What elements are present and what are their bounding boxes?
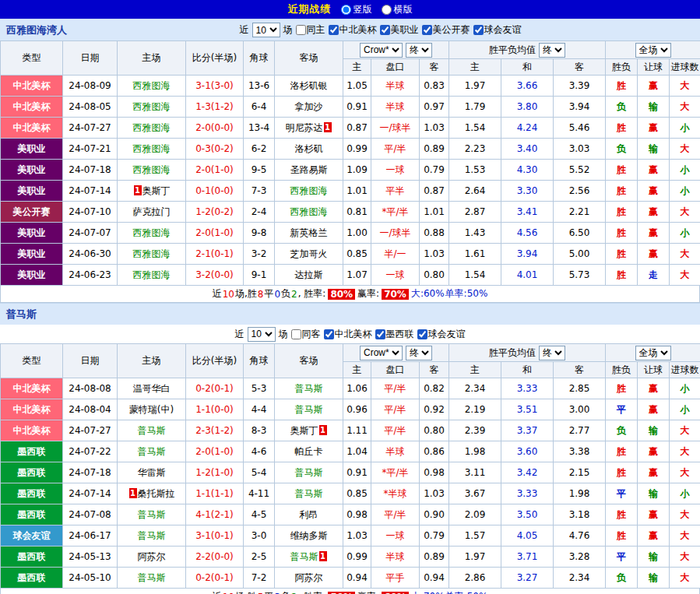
team-title[interactable]: 西雅图海湾人 [6, 23, 67, 37]
team-name-link[interactable]: 新英格兰 [290, 227, 328, 238]
team-name-link[interactable]: 利昂 [300, 509, 318, 520]
layout-horizontal-option[interactable]: 横版 [382, 3, 413, 16]
same-venue-input[interactable] [291, 329, 301, 339]
odds-company-select[interactable]: Crow* [360, 346, 403, 360]
league-checkbox-美公开赛[interactable]: 美公开赛 [422, 23, 470, 37]
team-name-link[interactable]: 普马斯 [295, 488, 323, 499]
team-name-link[interactable]: 奥斯丁 [290, 425, 318, 436]
avg-time-select[interactable]: 终 [539, 346, 565, 360]
league-type-badge[interactable]: 墨西联 [1, 483, 63, 504]
team-name-link[interactable]: 桑托斯拉 [138, 488, 175, 499]
full-match-select[interactable]: 全场 [635, 346, 671, 360]
full-match-select[interactable]: 全场 [635, 43, 671, 58]
league-type-badge[interactable]: 中北美杯 [1, 378, 63, 399]
league-type-badge[interactable]: 美职业 [1, 223, 63, 244]
team-name-link[interactable]: 阿苏尔 [295, 572, 323, 583]
match-count-select[interactable]: 10 [248, 327, 276, 342]
team-name-link[interactable]: 西雅图海 [133, 248, 171, 259]
team-name-link[interactable]: 西雅图海 [133, 143, 171, 154]
team-name-link[interactable]: 普马斯 [138, 530, 166, 541]
score-link[interactable]: 2-0(1-0) [186, 441, 244, 462]
team-name-link[interactable]: 普马斯 [295, 383, 323, 394]
team-title[interactable]: 普马斯 [6, 308, 37, 322]
team-name-link[interactable]: 西雅图海 [290, 206, 328, 217]
league-input[interactable] [324, 329, 334, 339]
team-name-link[interactable]: 圣路易斯 [290, 164, 328, 175]
score-link[interactable]: 2-0(1-0) [186, 223, 244, 244]
score-link[interactable]: 1-1(0-0) [186, 399, 244, 420]
league-type-badge[interactable]: 中北美杯 [1, 399, 63, 420]
score-link[interactable]: 3-1(0-1) [186, 525, 244, 547]
team-name-link[interactable]: 帕丘卡 [295, 446, 323, 457]
league-type-badge[interactable]: 美公开赛 [1, 202, 63, 223]
team-name-link[interactable]: 阿苏尔 [138, 551, 166, 562]
horizontal-radio[interactable] [382, 5, 392, 15]
odds-company-select[interactable]: Crow* [360, 43, 403, 58]
league-checkbox-美职业[interactable]: 美职业 [380, 23, 419, 37]
score-link[interactable]: 1-1(1-1) [186, 483, 244, 504]
league-checkbox-球会友谊[interactable]: 球会友谊 [417, 328, 466, 341]
odds-time-select[interactable]: 终 [406, 43, 432, 58]
league-type-badge[interactable]: 墨西联 [1, 441, 63, 462]
score-link[interactable]: 4-1(2-1) [186, 504, 244, 525]
score-link[interactable]: 3-1(3-0) [186, 76, 244, 97]
team-name-link[interactable]: 普马斯 [138, 572, 166, 583]
league-checkbox-中北美杯[interactable]: 中北美杯 [329, 23, 377, 37]
team-name-link[interactable]: 西雅图海 [133, 227, 171, 238]
vertical-radio[interactable] [341, 5, 351, 15]
team-name-link[interactable]: 达拉斯 [295, 269, 323, 280]
league-checkbox-墨西联[interactable]: 墨西联 [375, 328, 414, 341]
team-name-link[interactable]: 普马斯 [295, 404, 323, 415]
league-type-badge[interactable]: 中北美杯 [1, 97, 63, 118]
score-link[interactable]: 2-1(0-1) [186, 244, 244, 265]
team-name-link[interactable]: 萨克拉门 [133, 206, 171, 217]
league-input[interactable] [380, 25, 390, 35]
score-link[interactable]: 2-0(1-0) [186, 160, 244, 181]
team-name-link[interactable]: 普马斯 [138, 425, 166, 436]
league-input[interactable] [417, 329, 427, 339]
score-link[interactable]: 1-3(1-2) [186, 97, 244, 118]
league-type-badge[interactable]: 墨西联 [1, 568, 63, 589]
team-name-link[interactable]: 拿加沙 [295, 101, 323, 112]
league-type-badge[interactable]: 墨西联 [1, 504, 63, 525]
league-type-badge[interactable]: 美职业 [1, 139, 63, 160]
league-type-badge[interactable]: 中北美杯 [1, 76, 63, 97]
team-name-link[interactable]: 西雅图海 [133, 164, 171, 175]
match-count-select[interactable]: 10 [252, 23, 280, 37]
team-name-link[interactable]: 西雅图海 [290, 185, 328, 196]
score-link[interactable]: 3-2(0-0) [186, 265, 244, 286]
team-name-link[interactable]: 洛杉矶银 [290, 80, 328, 91]
team-name-link[interactable]: 奥斯丁 [142, 185, 171, 196]
avg-time-select[interactable]: 终 [539, 43, 565, 58]
team-name-link[interactable]: 西雅图海 [133, 101, 171, 112]
league-type-badge[interactable]: 美职业 [1, 160, 63, 181]
team-name-link[interactable]: 西雅图海 [133, 269, 171, 280]
team-name-link[interactable]: 普马斯 [290, 551, 318, 562]
same-venue-checkbox[interactable]: 同主 [296, 23, 325, 37]
odds-time-select[interactable]: 终 [406, 346, 432, 360]
team-name-link[interactable]: 西雅图海 [133, 80, 171, 91]
team-name-link[interactable]: 温哥华白 [133, 383, 171, 394]
league-input[interactable] [422, 25, 432, 35]
league-type-badge[interactable]: 墨西联 [1, 547, 63, 568]
team-name-link[interactable]: 普马斯 [138, 446, 166, 457]
same-venue-checkbox[interactable]: 同客 [291, 328, 321, 341]
league-type-badge[interactable]: 美职业 [1, 265, 63, 286]
team-name-link[interactable]: 洛杉矶 [295, 143, 323, 154]
team-name-link[interactable]: 芝加哥火 [290, 248, 328, 259]
league-checkbox-中北美杯[interactable]: 中北美杯 [324, 328, 372, 341]
score-link[interactable]: 0-1(0-0) [186, 181, 244, 202]
team-name-link[interactable]: 普马斯 [295, 467, 323, 478]
score-link[interactable]: 1-2(1-0) [186, 462, 244, 483]
team-name-link[interactable]: 普马斯 [138, 509, 166, 520]
score-link[interactable]: 2-3(1-2) [186, 420, 244, 441]
league-type-badge[interactable]: 中北美杯 [1, 118, 63, 139]
score-link[interactable]: 0-3(0-2) [186, 139, 244, 160]
team-name-link[interactable]: 维纳多斯 [290, 530, 328, 541]
team-name-link[interactable]: 明尼苏达 [286, 122, 323, 133]
league-type-badge[interactable]: 墨西联 [1, 462, 63, 483]
league-type-badge[interactable]: 美职业 [1, 244, 63, 265]
team-name-link[interactable]: 西雅图海 [133, 122, 171, 133]
league-type-badge[interactable]: 中北美杯 [1, 420, 63, 441]
score-link[interactable]: 0-2(0-1) [186, 378, 244, 399]
